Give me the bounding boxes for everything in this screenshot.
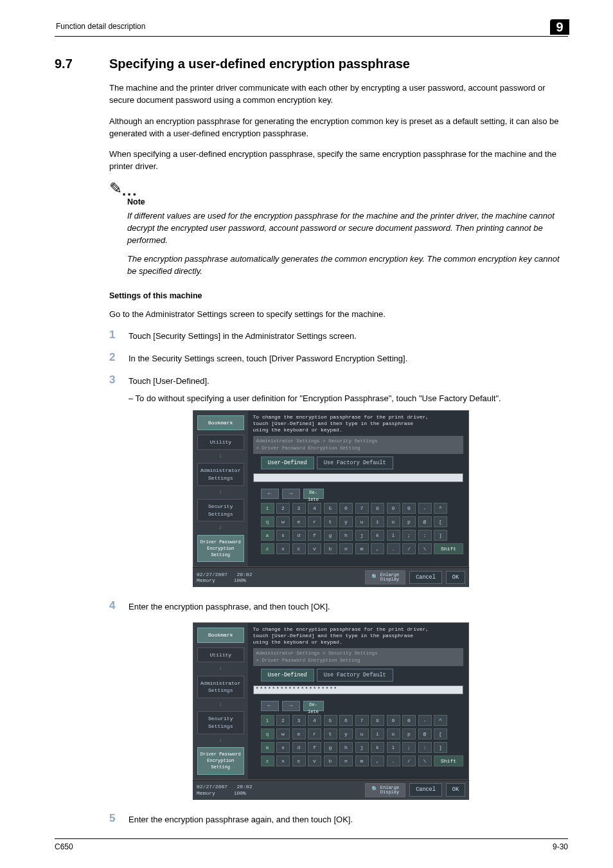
bookmark-button[interactable]: Bookmark — [197, 415, 244, 431]
key-button[interactable]: p — [402, 516, 416, 527]
key-button[interactable]: o — [387, 516, 400, 527]
passphrase-input[interactable]: ******************** — [253, 685, 464, 694]
key-button[interactable]: j — [355, 742, 369, 753]
cancel-button[interactable]: Cancel — [409, 783, 442, 796]
key-button[interactable]: j — [355, 530, 369, 541]
key-button[interactable]: q — [261, 516, 274, 527]
key-button[interactable]: i — [371, 516, 384, 527]
key-button[interactable]: w — [276, 728, 290, 739]
key-button[interactable]: q — [261, 728, 274, 739]
key-button[interactable]: 3 — [292, 715, 306, 726]
key-button[interactable]: 9 — [387, 715, 400, 726]
key-button[interactable]: ^ — [434, 715, 447, 726]
key-button[interactable]: ; — [402, 742, 416, 753]
enlarge-display-button[interactable]: 🔍Enlarge Display — [365, 783, 405, 797]
tab-factory-default[interactable]: Use Factory Default — [317, 669, 393, 682]
key-button[interactable]: z — [261, 755, 274, 766]
key-button[interactable]: a — [261, 742, 274, 753]
key-button[interactable]: e — [292, 516, 306, 527]
key-button[interactable]: 9 — [387, 503, 400, 514]
key-button[interactable]: b — [324, 755, 337, 766]
admin-settings-button[interactable]: Administrator Settings — [197, 463, 244, 485]
key-button[interactable]: 1 — [261, 715, 274, 726]
key-button[interactable]: r — [308, 728, 321, 739]
key-button[interactable]: r — [308, 516, 321, 527]
key-button[interactable]: 7 — [355, 503, 369, 514]
key-button[interactable]: s — [276, 530, 290, 541]
key-button[interactable]: ; — [402, 530, 416, 541]
key-button[interactable]: x — [276, 543, 290, 554]
key-button[interactable]: h — [339, 530, 353, 541]
key-button[interactable]: 2 — [276, 715, 290, 726]
arrow-left-icon[interactable]: ← — [261, 701, 279, 711]
security-settings-button[interactable]: Security Settings — [197, 711, 244, 734]
key-button[interactable]: z — [261, 543, 274, 554]
key-button[interactable]: d — [292, 530, 306, 541]
key-button[interactable]: m — [355, 543, 369, 554]
key-button[interactable]: : — [418, 530, 432, 541]
key-button[interactable]: 3 — [292, 503, 306, 514]
key-button[interactable]: s — [276, 742, 290, 753]
key-button[interactable]: f — [308, 530, 321, 541]
ok-button[interactable]: OK — [446, 783, 465, 796]
key-button[interactable]: n — [339, 543, 353, 554]
key-button[interactable]: 0 — [402, 503, 416, 514]
key-button[interactable]: / — [402, 755, 416, 766]
key-button[interactable]: 8 — [371, 503, 384, 514]
key-button[interactable]: l — [387, 742, 400, 753]
key-button[interactable]: h — [339, 742, 353, 753]
key-button[interactable]: c — [292, 543, 306, 554]
key-button[interactable]: : — [418, 742, 432, 753]
shift-button[interactable]: Shift — [434, 755, 463, 766]
key-button[interactable]: ] — [434, 530, 447, 541]
key-button[interactable]: [ — [434, 728, 447, 739]
key-button[interactable]: p — [402, 728, 416, 739]
key-button[interactable]: o — [387, 728, 400, 739]
key-button[interactable]: l — [387, 530, 400, 541]
key-button[interactable]: \ — [418, 755, 432, 766]
key-button[interactable]: 5 — [324, 503, 337, 514]
tab-user-defined[interactable]: User-Defined — [261, 669, 314, 682]
key-button[interactable]: 4 — [308, 715, 321, 726]
key-button[interactable]: w — [276, 516, 290, 527]
delete-button[interactable]: De- lete — [303, 701, 324, 711]
delete-button[interactable]: De- lete — [303, 489, 324, 499]
key-button[interactable]: ^ — [434, 503, 447, 514]
key-button[interactable]: - — [418, 715, 432, 726]
key-button[interactable]: m — [355, 755, 369, 766]
key-button[interactable]: a — [261, 530, 274, 541]
arrow-right-icon[interactable]: → — [282, 489, 300, 499]
key-button[interactable]: 2 — [276, 503, 290, 514]
key-button[interactable]: 5 — [324, 715, 337, 726]
ok-button[interactable]: OK — [446, 571, 465, 584]
shift-button[interactable]: Shift — [434, 543, 463, 554]
key-button[interactable]: v — [308, 755, 321, 766]
key-button[interactable]: v — [308, 543, 321, 554]
key-button[interactable]: k — [371, 742, 384, 753]
key-button[interactable]: n — [339, 755, 353, 766]
key-button[interactable]: 8 — [371, 715, 384, 726]
key-button[interactable]: g — [324, 742, 337, 753]
key-button[interactable]: - — [418, 503, 432, 514]
enlarge-display-button[interactable]: 🔍Enlarge Display — [365, 570, 405, 584]
key-button[interactable]: t — [324, 516, 337, 527]
key-button[interactable]: g — [324, 530, 337, 541]
key-button[interactable]: . — [387, 543, 400, 554]
key-button[interactable]: @ — [418, 516, 432, 527]
tab-factory-default[interactable]: Use Factory Default — [317, 457, 393, 469]
key-button[interactable]: u — [355, 516, 369, 527]
tab-user-defined[interactable]: User-Defined — [261, 457, 314, 469]
key-button[interactable]: y — [339, 516, 353, 527]
admin-settings-button[interactable]: Administrator Settings — [197, 676, 244, 698]
utility-button[interactable]: Utility — [197, 647, 244, 663]
key-button[interactable]: f — [308, 742, 321, 753]
key-button[interactable]: . — [387, 755, 400, 766]
key-button[interactable]: 6 — [339, 503, 353, 514]
driver-pw-enc-button[interactable]: Driver Password Encryption Setting — [197, 747, 244, 774]
key-button[interactable]: i — [371, 728, 384, 739]
key-button[interactable]: k — [371, 530, 384, 541]
key-button[interactable]: u — [355, 728, 369, 739]
key-button[interactable]: 6 — [339, 715, 353, 726]
key-button[interactable]: , — [371, 755, 384, 766]
key-button[interactable]: t — [324, 728, 337, 739]
